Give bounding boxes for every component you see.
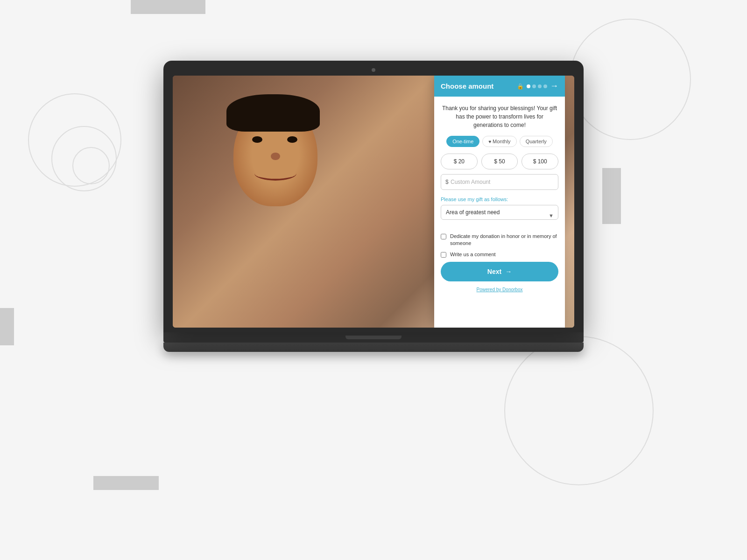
progress-dot-3 — [538, 84, 542, 88]
bg-decoration — [504, 336, 654, 485]
bg-decoration — [602, 168, 621, 224]
laptop-camera — [372, 68, 375, 72]
tab-monthly[interactable]: Monthly — [482, 136, 516, 147]
progress-dot-4 — [543, 84, 547, 88]
bg-decoration — [131, 0, 205, 14]
bg-decoration — [93, 476, 159, 490]
donation-modal: Choose amount 🔒 → Thank you — [434, 76, 565, 328]
gift-dropdown[interactable]: Area of greatest need Education Healthca… — [441, 205, 558, 220]
bg-decoration — [570, 19, 691, 140]
comment-label[interactable]: Write us a comment — [450, 251, 496, 258]
bg-decoration — [0, 308, 14, 345]
intro-text: Thank you for sharing your blessings! Yo… — [441, 104, 558, 129]
tab-quarterly[interactable]: Quarterly — [520, 136, 553, 147]
header-right: 🔒 → — [517, 81, 558, 91]
amount-options: $ 20 $ 50 $ 100 — [441, 154, 558, 169]
powered-by-link[interactable]: Powered by Donorbox — [441, 287, 558, 292]
amount-100[interactable]: $ 100 — [521, 154, 558, 169]
laptop-hinge — [345, 336, 402, 339]
custom-amount-input[interactable] — [441, 174, 558, 190]
dedicate-label[interactable]: Dedicate my donation in honor or in memo… — [450, 233, 558, 247]
gift-label: Please use my gift as follows: — [441, 196, 558, 202]
dedicate-checkbox[interactable] — [441, 234, 446, 239]
checkbox-dedicate: Dedicate my donation in honor or in memo… — [441, 233, 558, 247]
next-button-label: Next — [487, 268, 501, 275]
custom-amount-row: $ — [441, 174, 558, 190]
next-button[interactable]: Next → — [441, 262, 558, 281]
laptop-device: Choose amount 🔒 → Thank you — [163, 61, 584, 352]
progress-dot-2 — [532, 84, 536, 88]
next-arrow-icon: → — [505, 268, 512, 275]
amount-50[interactable]: $ 50 — [481, 154, 518, 169]
checkbox-comment: Write us a comment — [441, 251, 558, 258]
laptop-base — [163, 343, 584, 352]
progress-dot-1 — [527, 84, 530, 88]
gift-dropdown-wrapper: Area of greatest need Education Healthca… — [441, 205, 558, 226]
laptop-hinge-area — [163, 332, 584, 343]
dollar-sign: $ — [445, 179, 449, 185]
modal-title: Choose amount — [441, 82, 493, 90]
frequency-tabs: One-time Monthly Quarterly — [441, 136, 558, 147]
progress-dots — [527, 84, 547, 88]
laptop-screen: Choose amount 🔒 → Thank you — [173, 76, 574, 328]
bg-decoration — [72, 147, 110, 184]
lock-icon: 🔒 — [517, 83, 524, 90]
amount-20[interactable]: $ 20 — [441, 154, 478, 169]
comment-checkbox[interactable] — [441, 252, 446, 258]
modal-body: Thank you for sharing your blessings! Yo… — [434, 97, 565, 300]
forward-arrow-icon[interactable]: → — [550, 81, 558, 91]
modal-header: Choose amount 🔒 → — [434, 76, 565, 97]
tab-one-time[interactable]: One-time — [446, 136, 479, 147]
